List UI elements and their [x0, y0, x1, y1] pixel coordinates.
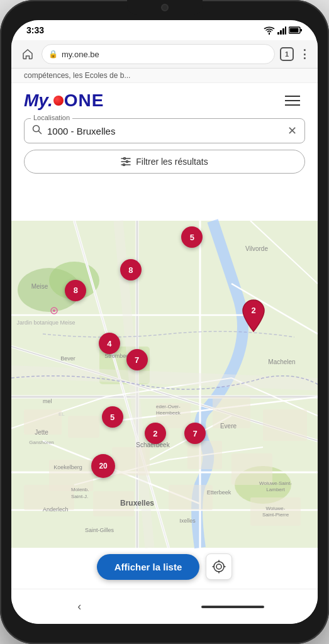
svg-text:Jardin botanique Meise: Jardin botanique Meise: [16, 319, 75, 326]
filter-icon: [121, 157, 131, 166]
wifi-icon: [264, 26, 275, 35]
svg-text:mel: mel: [43, 398, 52, 404]
tab-count[interactable]: 1: [280, 47, 294, 61]
svg-text:Saint-Gilles: Saint-Gilles: [85, 527, 114, 533]
filter-button-label: Filtrer les résultats: [136, 157, 208, 167]
svg-rect-3: [285, 26, 286, 35]
hamburger-line-2: [285, 100, 300, 101]
search-area: Localisation 1000 - Bruxelles ✕: [11, 116, 318, 150]
svg-rect-51: [263, 409, 307, 441]
svg-rect-6: [290, 28, 299, 33]
location-icon: [212, 560, 226, 574]
search-box: Localisation 1000 - Bruxelles ✕: [24, 118, 305, 143]
map-marker-2[interactable]: 8: [120, 259, 142, 280]
svg-point-89: [216, 564, 221, 569]
back-button[interactable]: ‹: [65, 595, 94, 618]
svg-rect-54: [187, 441, 222, 469]
svg-rect-53: [112, 447, 150, 475]
home-button[interactable]: [19, 45, 36, 63]
map-marker-10[interactable]: 20: [91, 454, 115, 478]
app-header: My. ONE: [11, 83, 318, 116]
svg-text:Etterbeek: Etterbeek: [207, 489, 231, 496]
search-input-value[interactable]: 1000 - Bruxelles: [47, 126, 282, 136]
svg-text:Meise: Meise: [31, 283, 48, 290]
svg-text:Woluwe-Saint-: Woluwe-Saint-: [259, 480, 292, 486]
svg-text:eder-Over-: eder-Over-: [156, 404, 181, 409]
home-indicator: [201, 606, 264, 608]
svg-text:Jette: Jette: [35, 429, 48, 436]
map-marker-8[interactable]: 2: [145, 423, 166, 444]
svg-text:Molenb.: Molenb.: [71, 487, 89, 492]
svg-text:2: 2: [251, 306, 255, 315]
logo-one: ONE: [64, 91, 104, 111]
svg-text:Machelen: Machelen: [268, 358, 295, 365]
svg-rect-5: [301, 29, 303, 31]
map-background: Meise Vilvorde Jardin botanique Meise Be…: [11, 180, 318, 589]
svg-rect-48: [68, 416, 99, 438]
lock-icon: 🔒: [48, 50, 58, 58]
phone-shell: 3:33: [0, 0, 329, 644]
svg-rect-0: [277, 32, 279, 35]
notch: [127, 0, 203, 15]
svg-text:Bever: Bever: [60, 355, 75, 362]
filter-area: Filtrer les résultats: [11, 150, 318, 180]
map-marker-1[interactable]: 8: [65, 280, 86, 301]
svg-rect-1: [280, 30, 282, 35]
map-marker-7[interactable]: 5: [102, 406, 123, 428]
svg-text:Saint-J.: Saint-J.: [71, 494, 88, 499]
address-bar[interactable]: 🔒 my.one.be: [42, 44, 275, 64]
map-container[interactable]: Meise Vilvorde Jardin botanique Meise Be…: [11, 180, 318, 589]
filter-button[interactable]: Filtrer les résultats: [24, 150, 305, 174]
map-marker-5[interactable]: 4: [99, 333, 120, 354]
cropped-text: compétences, les Ecoles de b...: [11, 69, 318, 83]
svg-text:Anderlech: Anderlech: [43, 506, 69, 513]
logo-my: My.: [24, 91, 53, 111]
svg-text:Lambert: Lambert: [266, 487, 285, 492]
logo: My. ONE: [24, 91, 104, 111]
signal-icon: [277, 26, 286, 35]
list-button[interactable]: Afficher la liste: [97, 554, 200, 580]
battery-icon: [289, 26, 303, 34]
svg-text:Vilvorde: Vilvorde: [245, 245, 268, 252]
search-label: Localisation: [31, 114, 72, 121]
svg-rect-58: [169, 485, 213, 510]
search-icon: [32, 125, 42, 137]
svg-text:Koekelberg: Koekelberg: [53, 464, 82, 470]
location-button[interactable]: [206, 553, 232, 580]
svg-text:EL: EL: [59, 411, 65, 417]
logo-dot: [53, 96, 64, 106]
map-marker-3[interactable]: 5: [181, 226, 203, 248]
svg-rect-2: [282, 28, 284, 35]
map-marker-4[interactable]: 2: [240, 299, 267, 335]
svg-text:Saint-Pierre: Saint-Pierre: [262, 512, 289, 518]
hamburger-line-1: [285, 96, 300, 97]
svg-text:Woluwe-: Woluwe-: [266, 506, 286, 511]
svg-point-14: [126, 161, 128, 163]
camera: [161, 4, 169, 11]
svg-text:Ganshoren: Ganshoren: [29, 440, 54, 445]
browser-chrome: 🔒 my.one.be 1 ⋮: [11, 40, 318, 69]
svg-text:Bruxelles: Bruxelles: [120, 499, 154, 508]
svg-point-17: [123, 164, 125, 166]
browser-menu-button[interactable]: ⋮: [299, 47, 310, 61]
svg-line-8: [39, 131, 42, 134]
browser-bottom-nav: ‹: [11, 589, 318, 624]
app-content: compétences, les Ecoles de b... My. ONE …: [11, 69, 318, 624]
hamburger-button[interactable]: [285, 91, 305, 111]
svg-point-87: [53, 309, 55, 312]
svg-text:Ixelles: Ixelles: [179, 518, 196, 524]
hamburger-line-3: [285, 104, 300, 106]
status-bar: 3:33: [11, 20, 318, 40]
phone-screen: 3:33: [11, 20, 318, 624]
url-text: my.one.be: [62, 50, 268, 59]
svg-text:Heembeek: Heembeek: [156, 410, 181, 416]
map-marker-6[interactable]: 7: [126, 349, 148, 370]
svg-point-90: [214, 562, 224, 572]
status-time: 3:33: [26, 25, 44, 35]
status-icons: [264, 26, 303, 35]
svg-point-11: [124, 158, 126, 160]
clear-button[interactable]: ✕: [287, 124, 297, 138]
map-marker-9[interactable]: 7: [184, 423, 206, 444]
svg-text:Evere: Evere: [220, 423, 237, 430]
map-actions: Afficher la liste: [11, 553, 318, 580]
